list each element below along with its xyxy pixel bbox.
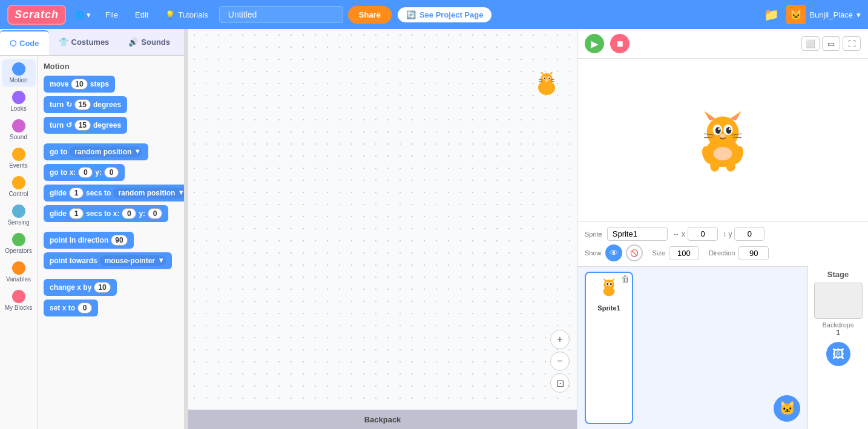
svg-point-34: [603, 280, 614, 290]
category-motion[interactable]: Motion: [2, 59, 36, 87]
svg-point-39: [607, 283, 608, 286]
looks-dot: [12, 91, 25, 104]
code-icon: ⬡: [10, 39, 16, 48]
category-variables[interactable]: Variables: [2, 258, 36, 286]
block-move[interactable]: move 10 steps: [44, 76, 115, 93]
see-project-button[interactable]: 🔄 See Project Page: [396, 6, 493, 24]
sound-tab-icon: 🔊: [128, 38, 138, 47]
zoom-reset-button[interactable]: ⊡: [550, 373, 570, 393]
sound-dot: [12, 119, 25, 133]
backpack-bar[interactable]: Backpack: [188, 410, 577, 429]
category-sound[interactable]: Sound: [2, 116, 36, 143]
block-change-x[interactable]: change x by 10: [44, 279, 117, 296]
category-operators[interactable]: Operators: [2, 230, 36, 257]
x-input[interactable]: [688, 227, 718, 241]
canvas-sprite-hint: [531, 68, 562, 101]
tab-sounds[interactable]: 🔊 Sounds: [119, 29, 180, 55]
stage-canvas: [577, 59, 868, 221]
category-sensing[interactable]: Sensing: [2, 201, 36, 229]
add-sprite-button[interactable]: 🐱: [774, 395, 800, 422]
hide-button[interactable]: 🚫: [626, 244, 643, 261]
y-coord: ↕ y: [723, 227, 764, 241]
block-goto-xy-row: go to x: 0 y: 0: [44, 164, 178, 181]
add-sprite-icon: 🐱: [779, 401, 795, 416]
stage-thumbnail[interactable]: [814, 283, 863, 319]
block-glide1[interactable]: glide 1 secs to random position: [44, 185, 184, 201]
x-coord: ↔ x: [672, 227, 718, 241]
backpack-label: Backpack: [364, 415, 401, 424]
script-canvas[interactable]: [188, 29, 577, 410]
zoom-in-button[interactable]: +: [550, 330, 570, 349]
zoom-out-button[interactable]: −: [550, 352, 570, 371]
block-turn-cw-row: turn ↻ 15 degrees: [44, 96, 178, 113]
sprite-name-input[interactable]: [607, 227, 668, 241]
category-control[interactable]: Control: [2, 173, 36, 200]
control-dot: [12, 176, 25, 189]
block-set-x[interactable]: set x to 0: [44, 300, 98, 316]
svg-point-21: [718, 128, 720, 129]
tab-code[interactable]: ⬡ Code: [0, 30, 49, 55]
blocks-panel: Motion move 10 steps turn ↻ 15 degrees: [38, 56, 184, 429]
show-button[interactable]: 👁: [605, 244, 622, 261]
motion-dot: [12, 62, 25, 76]
tab-costumes[interactable]: 👕 Costumes: [49, 29, 119, 55]
svg-point-20: [726, 127, 732, 134]
block-goto-xy[interactable]: go to x: 0 y: 0: [44, 164, 125, 181]
left-panel: ⬡ Code 👕 Costumes 🔊 Sounds Motion: [0, 29, 185, 429]
block-move-row: move 10 steps: [44, 76, 178, 93]
layout-fullscreen-button[interactable]: ⛶: [843, 36, 861, 51]
layout-small-button[interactable]: ⬜: [801, 36, 820, 51]
sensing-dot: [12, 205, 25, 218]
sprite-show-row: Show 👁 🚫 Size Direction: [585, 244, 861, 261]
stage-header: ▶ ⏹ ⬜ ▭ ⛶: [577, 29, 868, 59]
my-blocks-dot: [12, 290, 25, 303]
file-menu[interactable]: File: [99, 8, 124, 22]
category-my-blocks[interactable]: My Blocks: [2, 287, 36, 314]
block-turn-cw[interactable]: turn ↻ 15 degrees: [44, 96, 127, 113]
scratch-logo[interactable]: Scratch: [7, 5, 66, 25]
category-looks[interactable]: Looks: [2, 88, 36, 115]
category-motion-label: Motion: [9, 77, 27, 84]
add-backdrop-button[interactable]: 🖼: [826, 342, 850, 366]
layout-medium-button[interactable]: ▭: [822, 36, 840, 51]
stage-section-label: Stage: [827, 270, 849, 279]
project-title-input[interactable]: [219, 6, 343, 23]
user-chevron: ▾: [856, 10, 861, 19]
globe-icon: 🌐: [74, 10, 84, 19]
y-input[interactable]: [734, 227, 764, 241]
sounds-tab-label: Sounds: [141, 38, 170, 47]
sprite-info-panel: Sprite ↔ x ↕ y Show 👁 🚫 Size Direction: [577, 221, 868, 266]
category-control-label: Control: [8, 191, 28, 197]
block-area: Motion Looks Sound Events Control: [0, 56, 184, 429]
variables-dot: [12, 261, 25, 275]
sprite-cat-svg: [597, 277, 621, 298]
category-events[interactable]: Events: [2, 145, 36, 172]
folder-icon[interactable]: 📁: [761, 5, 781, 24]
svg-point-12: [707, 116, 739, 148]
add-backdrop-icon: 🖼: [832, 347, 844, 361]
stop-button[interactable]: ⏹: [610, 34, 630, 53]
block-turn-ccw[interactable]: turn ↺ 15 degrees: [44, 117, 127, 134]
direction-label: Direction: [709, 249, 735, 257]
size-input[interactable]: [669, 246, 699, 260]
blocks-category-title: Motion: [44, 62, 178, 71]
size-label: Size: [653, 249, 665, 257]
block-point-towards[interactable]: point towards mouse-pointer: [44, 252, 172, 269]
block-glide2-row: glide 1 secs to x: 0 y: 0: [44, 205, 178, 222]
block-glide2[interactable]: glide 1 secs to x: 0 y: 0: [44, 205, 168, 222]
tutorials-button[interactable]: 💡 Tutorials: [159, 8, 214, 22]
block-point-direction[interactable]: point in direction 90: [44, 232, 134, 249]
green-flag-button[interactable]: ▶: [585, 34, 604, 53]
sprite-item-sprite1[interactable]: 🗑 Spri: [585, 272, 633, 424]
edit-menu[interactable]: Edit: [129, 8, 154, 22]
svg-point-40: [610, 283, 612, 286]
direction-input[interactable]: [738, 246, 769, 260]
user-avatar[interactable]: 🐱 Bunjil_Place ▾: [786, 5, 861, 24]
stage-cat-svg: [689, 107, 756, 174]
globe-button[interactable]: 🌐 ▾: [71, 8, 94, 22]
block-goto[interactable]: go to random position: [44, 143, 148, 160]
share-button[interactable]: Share: [348, 6, 392, 24]
svg-point-4: [544, 77, 545, 79]
sprite-delete-icon[interactable]: 🗑: [621, 274, 630, 284]
x-label: ↔ x: [672, 230, 685, 238]
